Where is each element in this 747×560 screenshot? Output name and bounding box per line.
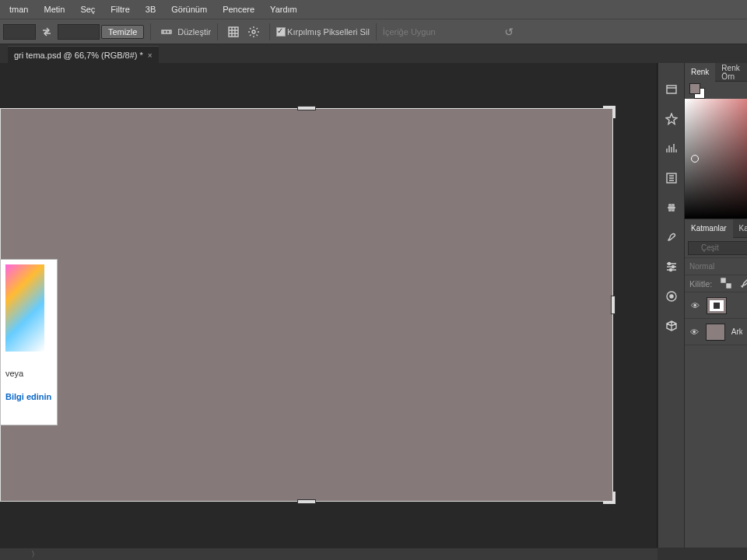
crop-handle-top-right[interactable]: [603, 106, 615, 118]
menu-text[interactable]: Metin: [36, 0, 72, 19]
document-tab[interactable]: gri tema.psd @ 66,7% (RGB/8#) * ×: [8, 46, 159, 63]
menu-help[interactable]: Yardım: [262, 0, 305, 19]
menu-filter[interactable]: Filtre: [103, 0, 137, 19]
crop-height-field[interactable]: [58, 24, 100, 40]
layers-panel: Katmanlar Ka 🔍 Normal Kilitle: 👁 👁: [685, 219, 747, 548]
3d-panel-icon[interactable]: [664, 318, 679, 334]
tooltip-popup: veya Bilgi edinin: [0, 259, 58, 425]
layer-thumbnail[interactable]: [707, 297, 727, 314]
crop-handle-bottom[interactable]: [297, 499, 316, 504]
content-aware-label: İçeriğe Uygun: [383, 27, 436, 37]
delete-cropped-label: Kırpılmış Pikselleri Sil: [287, 27, 370, 37]
status-bar: 〉: [0, 548, 658, 560]
svg-rect-10: [727, 284, 731, 288]
menu-layer[interactable]: tman: [2, 0, 36, 19]
blend-mode-row: Normal: [685, 258, 747, 275]
color-panel-header: Renk Renk Örn: [685, 63, 747, 82]
blend-mode-value[interactable]: Normal: [689, 262, 714, 271]
divider: [376, 23, 377, 40]
visibility-icon[interactable]: 👁: [689, 327, 700, 337]
clear-button[interactable]: Temizle: [101, 25, 144, 39]
color-swatches: [685, 82, 747, 99]
reset-icon[interactable]: ↻: [504, 26, 514, 38]
options-bar: Temizle Düzleştir Kırpılmış Pikselleri S…: [0, 19, 747, 44]
svg-point-6: [669, 269, 672, 271]
history-panel-icon[interactable]: [664, 82, 679, 97]
crop-handle-right[interactable]: [611, 296, 615, 314]
straighten-label: Düzleştir: [177, 27, 211, 37]
menu-select[interactable]: Seç: [72, 0, 103, 19]
canvas-area[interactable]: veya Bilgi edinin: [0, 63, 658, 548]
layer-row-1[interactable]: 👁: [685, 292, 747, 319]
panels-column: Renk Renk Örn Katmanlar Ka 🔍 Normal Kili…: [685, 63, 747, 548]
lock-label: Kilitle:: [689, 279, 712, 289]
layer-thumbnail[interactable]: [706, 324, 725, 341]
document-tab-title: gri tema.psd @ 66,7% (RGB/8#) *: [14, 51, 143, 60]
color-picker-field[interactable]: [685, 99, 747, 219]
divider: [269, 23, 270, 40]
layer-filter-input[interactable]: [688, 241, 747, 255]
grid-icon[interactable]: [224, 23, 243, 41]
layers-tab[interactable]: Katmanlar: [685, 219, 733, 238]
crop-handle-bottom-right[interactable]: [603, 492, 615, 504]
crop-handle-top[interactable]: [297, 106, 316, 110]
paint-panel-icon[interactable]: [664, 289, 679, 304]
foreground-swatch[interactable]: [689, 83, 700, 94]
document-tabs: gri tema.psd @ 66,7% (RGB/8#) * ×: [0, 44, 747, 63]
svg-rect-9: [721, 278, 725, 282]
status-caret[interactable]: 〉: [31, 549, 39, 560]
lock-brush-icon[interactable]: [740, 277, 747, 291]
navigator-panel-icon[interactable]: [664, 111, 679, 127]
sliders-panel-icon[interactable]: [664, 259, 679, 275]
popup-text: veya: [5, 369, 52, 378]
menu-bar: tman Metin Seç Filtre 3B Görünüm Pencere…: [0, 0, 747, 19]
crop-width-field[interactable]: [3, 24, 36, 40]
histogram-panel-icon[interactable]: [664, 141, 679, 156]
layer-row-background[interactable]: 👁 Ark: [685, 319, 747, 345]
divider: [150, 23, 151, 40]
divider: [217, 23, 218, 40]
crop-outline: [0, 108, 613, 502]
layers-filter-row: 🔍: [685, 238, 747, 258]
svg-point-1: [252, 30, 255, 33]
svg-rect-2: [667, 86, 676, 93]
properties-panel-icon[interactable]: [664, 170, 679, 186]
svg-point-8: [670, 295, 673, 298]
menu-window[interactable]: Pencere: [215, 0, 262, 19]
settings-icon[interactable]: [244, 23, 263, 41]
adjustments-panel-icon[interactable]: [664, 200, 679, 215]
dock-icons: [658, 63, 685, 548]
layers-panel-header: Katmanlar Ka: [685, 219, 747, 238]
swatches-tab[interactable]: Renk Örn: [715, 63, 747, 82]
delete-cropped-checkbox[interactable]: [276, 27, 286, 37]
color-tab[interactable]: Renk: [685, 63, 715, 82]
svg-point-4: [668, 263, 670, 265]
svg-point-5: [672, 266, 674, 268]
channels-tab[interactable]: Ka: [733, 219, 747, 238]
straighten-icon[interactable]: [157, 23, 176, 41]
popup-thumbnail: [5, 264, 44, 352]
visibility-icon[interactable]: 👁: [689, 301, 700, 310]
swap-icon[interactable]: [37, 23, 56, 41]
close-icon[interactable]: ×: [148, 51, 153, 60]
learn-more-link[interactable]: Bilgi edinin: [5, 392, 52, 401]
menu-3d[interactable]: 3B: [138, 0, 163, 19]
color-picker-cursor[interactable]: [691, 155, 699, 163]
menu-view[interactable]: Görünüm: [163, 0, 215, 19]
lock-transparency-icon[interactable]: [720, 277, 732, 291]
brushes-panel-icon[interactable]: [664, 229, 679, 245]
lock-row: Kilitle:: [685, 275, 747, 292]
layer-name: Ark: [731, 327, 742, 336]
artboard[interactable]: [0, 108, 613, 502]
